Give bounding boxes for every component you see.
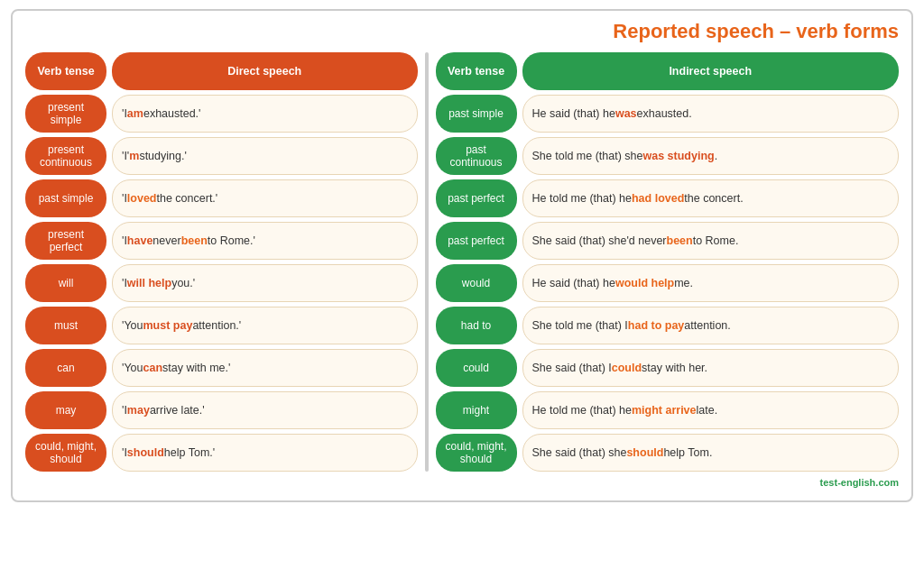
direct-speech-cell: 'I loved the concert.' [112,179,418,217]
indirect-speech-cell: He told me (that) he might arrive late. [522,391,900,429]
direct-verb-cell: may [25,391,106,429]
direct-verb-cell: can [25,349,106,387]
indirect-speech-cell: He told me (that) he had loved the conce… [522,179,900,217]
section-divider [425,52,429,472]
direct-speech-cell: 'You must pay attention.' [112,307,418,344]
direct-verb-cell: present continuous [25,137,106,175]
indirect-section: Verb tense past simplepast continuouspas… [436,52,900,472]
direct-speech-cell: 'I will help you.' [112,264,418,302]
direct-verb-cell: past simple [25,179,106,217]
direct-speech-cell: 'You can stay with me.' [112,349,418,387]
main-table: Verb tense present simplepresent continu… [25,52,899,472]
indirect-speech-cell: She told me (that) she was studying. [522,137,900,175]
direct-verb-cell: present simple [25,95,106,133]
indirect-verb-cell: past continuous [436,137,517,175]
indirect-speech-cell: She said (that) she'd never been to Rome… [522,222,900,260]
indirect-verb-cell: could [436,349,517,387]
direct-verb-cell: will [25,264,106,302]
direct-speech-cell: 'I'm studying.' [112,137,418,175]
indirect-verb-cell: past perfect [436,222,517,260]
indirect-speech-header: Indirect speech [522,52,900,90]
direct-speech-cell: 'I should help Tom.' [112,434,418,472]
direct-speech-cell: 'I may arrive late.' [112,391,418,429]
direct-verb-cell: could, might, should [25,434,106,472]
indirect-verb-tense-col: Verb tense past simplepast continuouspas… [436,52,517,472]
indirect-speech-cell: She said (that) she should help Tom. [522,434,900,472]
direct-verb-cell: present perfect [25,222,106,260]
direct-speech-header: Direct speech [112,52,418,90]
direct-verb-tense-header: Verb tense [25,52,106,90]
footer-text: test-english.com [820,477,899,488]
page-title: Reported speech – verb forms [25,20,899,43]
page-wrapper: Reported speech – verb forms Verb tense … [11,9,913,502]
indirect-speech-col: Indirect speech He said (that) he was ex… [522,52,900,472]
direct-speech-cell: 'I have never been to Rome.' [112,222,418,260]
indirect-speech-cell: She said (that) I could stay with her. [522,349,900,387]
indirect-verb-cell: might [436,391,517,429]
direct-section: Verb tense present simplepresent continu… [25,52,418,472]
direct-verb-cell: must [25,307,106,344]
indirect-speech-cell: He said (that) he would help me. [522,264,900,302]
direct-speech-cell: 'I am exhausted.' [112,95,418,133]
indirect-verb-cell: past simple [436,95,517,133]
indirect-verb-cell: would [436,264,517,302]
indirect-speech-cell: He said (that) he was exhausted. [522,95,900,133]
indirect-verb-cell: could, might, should [436,434,517,472]
direct-speech-col: Direct speech 'I am exhausted.''I'm stud… [112,52,418,472]
indirect-verb-cell: had to [436,307,517,344]
indirect-verb-cell: past perfect [436,179,517,217]
footer: test-english.com [25,477,899,488]
indirect-verb-tense-header: Verb tense [436,52,517,90]
direct-verb-tense-col: Verb tense present simplepresent continu… [25,52,106,472]
indirect-speech-cell: She told me (that) I had to pay attentio… [522,307,900,344]
